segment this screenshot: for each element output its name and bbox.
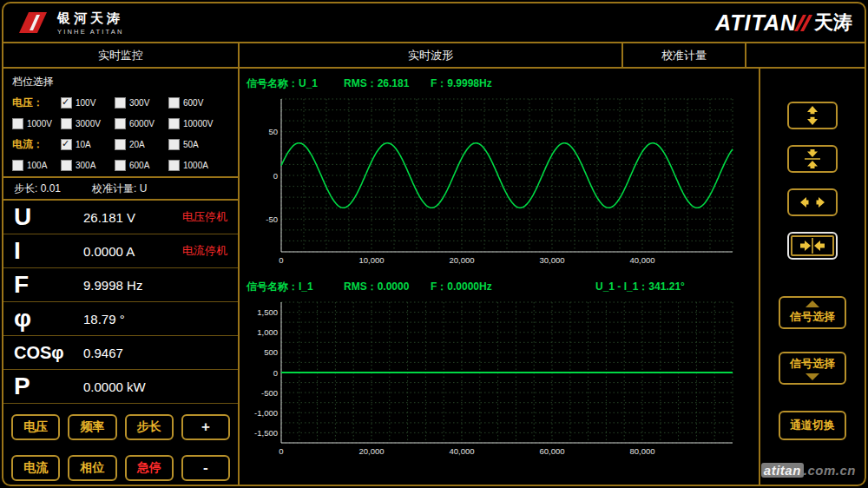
arrows-compress-vertical-icon: [799, 149, 825, 168]
voltage-option-300V[interactable]: 300V: [115, 97, 168, 109]
checkbox-label: 1000V: [27, 119, 52, 129]
voltage-option-1000V[interactable]: 1000V: [12, 118, 61, 129]
measure-value: 0.0000 A: [83, 244, 135, 259]
tabs-row: 实时波形 校准计量: [240, 43, 865, 69]
u1-waveform-chart: 010,00020,00030,00040,000500-50: [247, 95, 738, 267]
current-option-300A[interactable]: 300A: [61, 160, 115, 171]
arrows-expand-vertical-icon: [799, 106, 825, 125]
compress-horizontal-button[interactable]: [787, 232, 838, 260]
charts-column: 信号名称：U_1 RMS：26.181 F：9.9998Hz 010,00020…: [240, 69, 760, 485]
plus-button[interactable]: +: [181, 414, 230, 440]
checkbox-unchecked-icon: [168, 160, 180, 171]
measure-row-phi: φ18.79 °: [3, 302, 238, 336]
tab-monitor: 实时监控: [3, 43, 238, 69]
triangle-down-icon: [806, 373, 819, 380]
checkbox-checked-icon: [61, 139, 72, 150]
u1-wave-header: 信号名称：U_1 RMS：26.181 F：9.9998Hz: [247, 72, 752, 95]
current-option-20A[interactable]: 20A: [115, 139, 168, 150]
signal-select-up-label: 信号选择: [790, 309, 835, 325]
u1-signal-name: 信号名称：U_1: [247, 76, 344, 91]
u1-i1-phase-value: U_1 - I_1：341.21°: [595, 280, 752, 294]
measure-symbol: U: [14, 203, 83, 231]
checkbox-unchecked-icon: [115, 97, 126, 109]
measure-value: 18.79 °: [83, 312, 125, 326]
current-option-1000A[interactable]: 1000A: [168, 160, 229, 171]
expand-horizontal-button[interactable]: [787, 188, 838, 216]
phase-button[interactable]: 相位: [68, 455, 116, 481]
monitor-panel: 实时监控 档位选择 电压：100V300V600V1000V3000V6000V…: [3, 43, 240, 485]
checkbox-unchecked-icon: [168, 97, 180, 109]
measure-row-cosphi: COSφ0.9467: [3, 336, 238, 370]
voltage-option-3000V[interactable]: 3000V: [61, 118, 115, 129]
i1-frequency-value: F：0.0000Hz: [431, 280, 595, 294]
watermark-domain: .com.cn: [804, 463, 856, 478]
measure-row-f: F9.9998 Hz: [3, 268, 238, 302]
svg-text:-1,500: -1,500: [254, 428, 278, 438]
current-option-50A[interactable]: 50A: [168, 139, 229, 150]
voltage-option-10000V[interactable]: 10000V: [168, 118, 229, 129]
checkbox-unchecked-icon: [168, 118, 180, 129]
checkbox-label: 100V: [76, 98, 95, 108]
checkbox-label: 300V: [129, 98, 149, 108]
measure-value: 26.181 V: [83, 210, 135, 225]
checkbox-label: 600A: [129, 161, 149, 170]
checkbox-label: 3000V: [76, 119, 101, 129]
triangle-up-icon: [806, 300, 819, 307]
measure-row-u: U26.181 V电压停机: [3, 201, 238, 234]
current-option-600A[interactable]: 600A: [115, 160, 168, 171]
logo-icon: [16, 10, 50, 36]
step-button[interactable]: 步长: [125, 414, 174, 440]
range-select-title: 档位选择: [12, 75, 229, 89]
brand: ATITAN 天涛: [715, 10, 852, 36]
signal-select-down-button[interactable]: 信号选择: [779, 352, 846, 385]
logo: 银河天涛 YINHE ATITAN: [16, 10, 124, 36]
measure-row-i: I0.0000 A电流停机: [3, 234, 238, 268]
voltage-button[interactable]: 电压: [11, 414, 60, 440]
logo-title: 银河天涛: [57, 10, 124, 27]
measure-symbol: COSφ: [14, 343, 83, 363]
svg-text:0: 0: [279, 255, 283, 265]
top-bar: 银河天涛 YINHE ATITAN ATITAN 天涛: [3, 3, 865, 43]
svg-text:20,000: 20,000: [449, 255, 474, 265]
svg-text:-500: -500: [261, 388, 278, 398]
signal-select-up-button[interactable]: 信号选择: [779, 296, 846, 329]
i1-wave-header: 信号名称：I_1 RMS：0.0000 F：0.0000Hz U_1 - I_1…: [247, 275, 752, 298]
control-button-grid: 电压频率步长+电流相位急停-: [3, 404, 238, 486]
checkbox-unchecked-icon: [115, 118, 126, 129]
measure-symbol: φ: [14, 305, 83, 333]
compress-vertical-button[interactable]: [787, 145, 838, 173]
watermark: atitan.com.cn: [761, 463, 856, 478]
measure-symbol: P: [14, 373, 83, 400]
svg-text:1,000: 1,000: [257, 327, 278, 337]
svg-text:40,000: 40,000: [629, 255, 654, 265]
svg-text:500: 500: [264, 347, 278, 357]
tab-calibration[interactable]: 校准计量: [623, 43, 746, 67]
current-option-10A[interactable]: 10A: [61, 139, 115, 150]
alarm-text: 电压停机: [182, 209, 227, 225]
tab-waveform[interactable]: 实时波形: [240, 43, 623, 67]
current-option-100A[interactable]: 100A: [12, 160, 61, 171]
checkbox-unchecked-icon: [12, 118, 23, 129]
signal-select-down-label: 信号选择: [790, 356, 835, 372]
svg-text:50: 50: [268, 127, 278, 136]
checkbox-unchecked-icon: [115, 139, 126, 150]
voltage-option-100V[interactable]: 100V: [61, 97, 115, 109]
range-select-grid: 电压：100V300V600V1000V3000V6000V10000V电流：1…: [12, 96, 229, 171]
measure-value: 0.0000 kW: [83, 379, 146, 394]
current-button[interactable]: 电流: [11, 455, 60, 481]
checkbox-unchecked-icon: [168, 139, 180, 150]
svg-text:1,500: 1,500: [257, 307, 278, 317]
main-area: 实时监控 档位选择 电压：100V300V600V1000V3000V6000V…: [3, 43, 865, 485]
voltage-option-600V[interactable]: 600V: [168, 97, 229, 109]
frequency-button[interactable]: 频率: [68, 414, 116, 440]
arrows-expand-horizontal-icon: [799, 193, 825, 212]
checkbox-checked-icon: [61, 97, 72, 109]
expand-vertical-button[interactable]: [787, 102, 838, 129]
svg-text:0: 0: [273, 171, 278, 181]
channel-switch-button[interactable]: 通道切换: [779, 411, 846, 440]
brand-name: ATITAN: [715, 10, 797, 36]
emergency-stop-button[interactable]: 急停: [125, 455, 174, 481]
voltage-option-6000V[interactable]: 6000V: [115, 118, 168, 129]
minus-button[interactable]: -: [181, 455, 230, 481]
checkbox-label: 600V: [183, 98, 203, 108]
